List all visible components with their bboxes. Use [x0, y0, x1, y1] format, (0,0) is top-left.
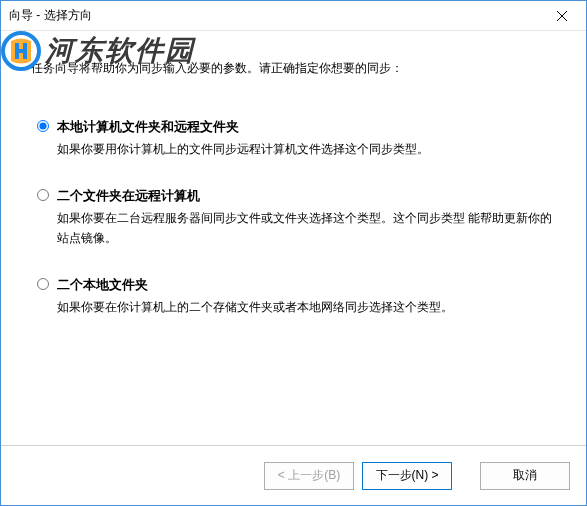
option-row[interactable]: 二个文件夹在远程计算机	[37, 187, 556, 205]
radio-local-remote[interactable]	[37, 120, 49, 132]
option-local-remote: 本地计算机文件夹和远程文件夹 如果你要用你计算机上的文件同步远程计算机文件选择这…	[37, 118, 556, 159]
intro-text: 任务向导将帮助你为同步输入必要的参数。请正确指定你想要的同步：	[31, 59, 556, 78]
titlebar: 向导 - 选择方向	[1, 1, 586, 31]
wizard-window: 向导 - 选择方向 河东软件园 任务向导将帮助你为同步输入必要的参数。请正确指定…	[0, 0, 587, 506]
option-title: 二个本地文件夹	[57, 276, 148, 294]
radio-local-local[interactable]	[37, 278, 49, 290]
option-local-local: 二个本地文件夹 如果你要在你计算机上的二个存储文件夹或者本地网络同步选择这个类型…	[37, 276, 556, 317]
footer: < 上一步(B) 下一步(N) > 取消	[1, 445, 586, 505]
cancel-button[interactable]: 取消	[480, 462, 570, 490]
back-button[interactable]: < 上一步(B)	[264, 462, 354, 490]
option-row[interactable]: 二个本地文件夹	[37, 276, 556, 294]
close-icon	[557, 11, 567, 21]
svg-rect-5	[15, 49, 27, 53]
window-title: 向导 - 选择方向	[9, 7, 92, 24]
option-remote-remote: 二个文件夹在远程计算机 如果你要在二台远程服务器间同步文件或文件夹选择这个类型。…	[37, 187, 556, 247]
close-button[interactable]	[539, 2, 584, 30]
svg-rect-3	[15, 43, 19, 59]
radio-remote-remote[interactable]	[37, 189, 49, 201]
next-button[interactable]: 下一步(N) >	[362, 462, 452, 490]
option-desc: 如果你要在二台远程服务器间同步文件或文件夹选择这个类型。这个同步类型 能帮助更新…	[57, 209, 556, 247]
content-area: 河东软件园 任务向导将帮助你为同步输入必要的参数。请正确指定你想要的同步： 本地…	[1, 31, 586, 445]
svg-rect-4	[23, 43, 27, 59]
radio-group: 本地计算机文件夹和远程文件夹 如果你要用你计算机上的文件同步远程计算机文件选择这…	[37, 118, 556, 317]
option-title: 本地计算机文件夹和远程文件夹	[57, 118, 239, 136]
option-row[interactable]: 本地计算机文件夹和远程文件夹	[37, 118, 556, 136]
option-title: 二个文件夹在远程计算机	[57, 187, 200, 205]
option-desc: 如果你要在你计算机上的二个存储文件夹或者本地网络同步选择这个类型。	[57, 298, 556, 317]
option-desc: 如果你要用你计算机上的文件同步远程计算机文件选择这个同步类型。	[57, 140, 556, 159]
